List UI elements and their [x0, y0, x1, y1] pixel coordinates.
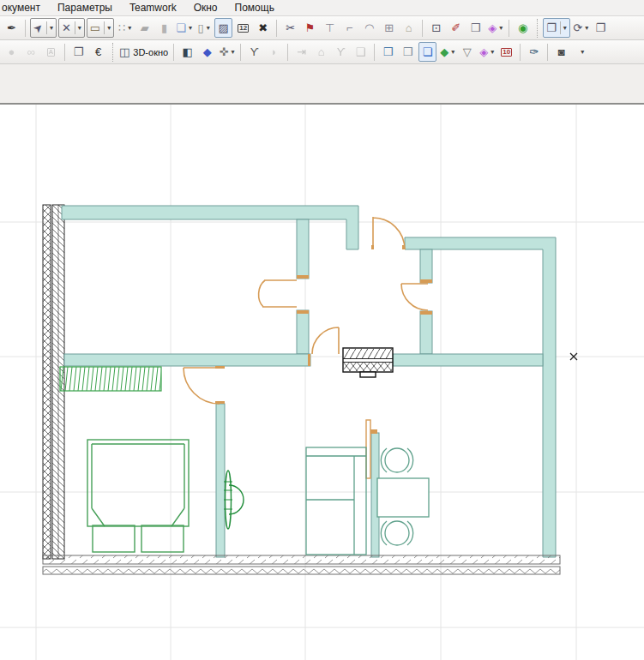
eraser-button-dropdown[interactable]: ▾ [499, 24, 503, 32]
trim-tool-icon[interactable]: ⊤ [321, 18, 339, 38]
menu-window[interactable]: Окно [185, 1, 226, 15]
eraser-3d-button-dropdown[interactable]: ▾ [491, 48, 494, 56]
bed-pillow-right[interactable] [141, 525, 184, 552]
adjust-tool-icon[interactable]: ⚑ [301, 18, 319, 38]
wall-bedroom[interactable] [216, 404, 225, 557]
marquee-select-tool-button[interactable]: ✕▾ [58, 18, 85, 38]
resize-tool-icon[interactable]: ⊞ [380, 18, 398, 38]
eraser-3d-button[interactable]: ◈▾ [478, 42, 496, 62]
gravity-tool-icon[interactable]: ▽ [458, 42, 476, 62]
window-select-button[interactable]: ❐▾ [543, 18, 570, 38]
3d-cutaway-icon[interactable]: ◧ [178, 42, 196, 62]
origin-globe-button[interactable]: ◉ [514, 18, 532, 38]
chair-top[interactable] [381, 448, 412, 472]
toolbar-3d: ●∞A❐€◫3D-окно◧◆✜▾ϒ◗⇥⌂ϒ❑❒❒❏◆▾▽◈▾10✑◙▾ [0, 40, 644, 64]
fillet-tool-icon[interactable]: ◠ [360, 18, 378, 38]
gravity-tool-icon: ▽ [463, 46, 472, 57]
3d-projection-icon[interactable]: ◆ [198, 42, 216, 62]
copy-pages-icon[interactable]: ❒ [466, 18, 485, 38]
door-room2[interactable] [401, 284, 428, 310]
pipette-icon: ▯ [198, 22, 204, 33]
publish-page-alt-icon[interactable]: ❒ [399, 42, 417, 62]
window-fit-button[interactable]: ❐ [592, 18, 610, 38]
camera-dropdown[interactable]: ▾ [572, 42, 590, 62]
menu-options[interactable]: Параметры [49, 1, 121, 15]
snap-grid-button[interactable]: ∷▾ [116, 18, 134, 38]
dimension-hatch-button[interactable]: ▨ [214, 18, 232, 38]
split-tool-icon[interactable]: ✂ [281, 18, 299, 38]
pipette-button-dropdown[interactable]: ▾ [207, 24, 210, 32]
floor-plan[interactable] [43, 205, 560, 574]
paint-brush-icon: ✑ [529, 46, 539, 57]
wall-middle-right[interactable] [393, 354, 543, 366]
door-room1[interactable] [259, 280, 297, 307]
menu-teamwork[interactable]: Teamwork [121, 1, 185, 15]
table[interactable] [377, 478, 429, 517]
3d-window-button[interactable]: ◫3D-окно [118, 42, 169, 62]
toolbar-separator [547, 44, 548, 61]
radiator[interactable] [60, 367, 161, 391]
wall-interior-1b[interactable] [297, 310, 309, 354]
chair-bottom[interactable] [381, 521, 412, 545]
empty-panel-area [0, 64, 644, 105]
window-refresh-button-dropdown[interactable]: ▾ [585, 24, 588, 32]
adjust-tool-icon: ⚑ [305, 22, 316, 33]
pipette-button[interactable]: ▯▾ [195, 18, 213, 38]
door-bedroom[interactable] [184, 368, 220, 404]
arrow-tool-button[interactable]: ➤▾ [30, 18, 57, 38]
plant-mirror[interactable] [224, 471, 244, 529]
eraser-button[interactable]: ◈▾ [486, 18, 504, 38]
door-hall[interactable] [312, 327, 339, 354]
door-leaf-open[interactable] [366, 420, 370, 478]
floor-plan-svg[interactable] [0, 105, 644, 660]
publish-page-icon[interactable]: ❒ [379, 42, 397, 62]
menu-help[interactable]: Помощь [226, 1, 283, 15]
3d-navigation-button-dropdown[interactable]: ▾ [232, 48, 235, 56]
3d-navigation-button[interactable]: ✜▾ [218, 42, 236, 62]
bottom-wall[interactable] [43, 555, 560, 574]
slab-plane-icon[interactable]: ▰ [135, 18, 153, 38]
door-jambs [215, 245, 432, 434]
entry-threshold[interactable] [343, 348, 393, 377]
marquee-select-tool-button-dropdown[interactable]: ▾ [75, 21, 81, 34]
window-refresh-button[interactable]: ⟳▾ [572, 18, 590, 38]
menu-document[interactable]: окумент [0, 1, 49, 15]
camera-icon[interactable]: ◙ [552, 42, 570, 62]
annotate-pen-icon[interactable]: ✐ [447, 18, 465, 38]
wall-middle-left[interactable] [64, 354, 310, 366]
new-window-icon[interactable]: ❐ [69, 42, 87, 62]
injector-tool-icon[interactable]: ✒ [3, 18, 21, 38]
elevation-tool-icon[interactable]: ⌂ [400, 18, 418, 38]
bed[interactable] [87, 440, 189, 552]
wall-tool-button[interactable]: ▭▾ [87, 18, 114, 38]
layers-button-dropdown[interactable]: ▾ [189, 24, 192, 32]
3d-window-icon: ◫ [119, 46, 129, 57]
wall-top[interactable] [62, 206, 358, 249]
window-select-button-dropdown[interactable]: ▾ [560, 21, 567, 34]
delete-marker-button[interactable]: ✖ [254, 18, 272, 38]
walk-mode-icon[interactable]: ϒ [245, 42, 263, 62]
level-marker-button-dropdown[interactable]: ▾ [451, 48, 454, 56]
intersect-tool-icon[interactable]: ⌐ [340, 18, 358, 38]
document-3d-button[interactable]: ❏ [418, 42, 436, 62]
slab-edge-icon[interactable]: ▮ [155, 18, 173, 38]
wall-interior-2a[interactable] [420, 249, 432, 283]
marquee-view-icon[interactable]: ⊡ [427, 18, 445, 38]
3d-window-button-label: 3D-окно [133, 47, 168, 57]
wall-tool-button-dropdown[interactable]: ▾ [104, 21, 111, 34]
drawing-canvas[interactable] [0, 105, 644, 660]
walk-home-icon: ϒ [332, 42, 350, 62]
wardrobe[interactable] [306, 447, 366, 555]
paint-brush-icon[interactable]: ✑ [525, 42, 543, 62]
dimension-doc-button[interactable]: 10 [497, 42, 515, 62]
wall-interior-2b[interactable] [420, 311, 432, 354]
dimension-units-button[interactable]: 12 [234, 18, 252, 38]
layers-button[interactable]: ❏▾ [175, 18, 193, 38]
wall-interior-1a[interactable] [297, 219, 309, 279]
bed-pillow-left[interactable] [93, 525, 135, 552]
snap-grid-button-dropdown[interactable]: ▾ [128, 24, 131, 32]
level-marker-button[interactable]: ◆▾ [438, 42, 456, 62]
arrow-tool-button-dropdown[interactable]: ▾ [46, 21, 53, 34]
currency-help-icon[interactable]: € [89, 42, 107, 62]
toolbar-separator [64, 44, 65, 61]
